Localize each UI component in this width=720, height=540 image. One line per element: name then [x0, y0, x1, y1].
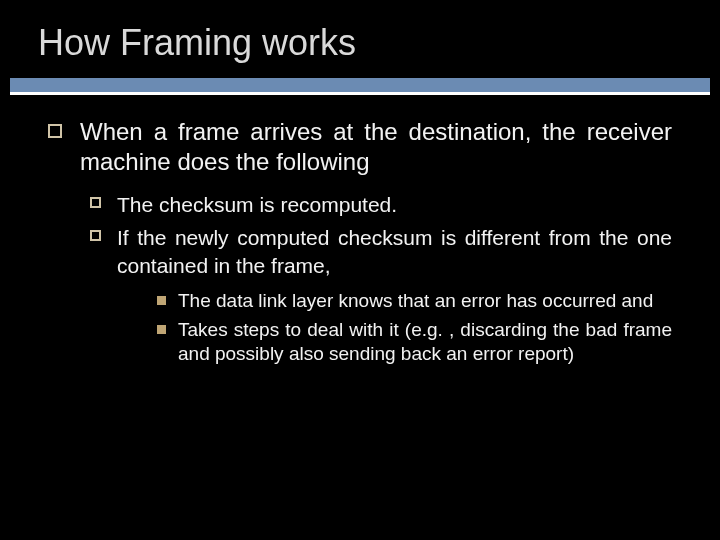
- bullet-level3: Takes steps to deal with it (e.g. , disc…: [157, 318, 672, 367]
- bullet-level1: When a frame arrives at the destination,…: [48, 117, 672, 177]
- bullet-text: Takes steps to deal with it (e.g. , disc…: [178, 318, 672, 367]
- square-outline-icon: [90, 230, 101, 241]
- bullet-text: When a frame arrives at the destination,…: [80, 117, 672, 177]
- slide-title: How Framing works: [0, 0, 720, 78]
- bullet-level3: The data link layer knows that an error …: [157, 289, 672, 314]
- divider-blue: [10, 78, 710, 92]
- square-filled-icon: [157, 296, 166, 305]
- bullet-text: If the newly computed checksum is differ…: [117, 224, 672, 279]
- bullet-level2-group: The checksum is recomputed. If the newly…: [90, 191, 672, 367]
- square-outline-icon: [90, 197, 101, 208]
- content-area: When a frame arrives at the destination,…: [0, 95, 720, 367]
- slide: How Framing works When a frame arrives a…: [0, 0, 720, 540]
- square-filled-icon: [157, 325, 166, 334]
- square-outline-icon: [48, 124, 62, 138]
- bullet-text: The data link layer knows that an error …: [178, 289, 653, 314]
- bullet-text: The checksum is recomputed.: [117, 191, 397, 218]
- bullet-level2: If the newly computed checksum is differ…: [90, 224, 672, 367]
- bullet-level2: The checksum is recomputed.: [90, 191, 672, 218]
- bullet-level3-group: The data link layer knows that an error …: [157, 289, 672, 367]
